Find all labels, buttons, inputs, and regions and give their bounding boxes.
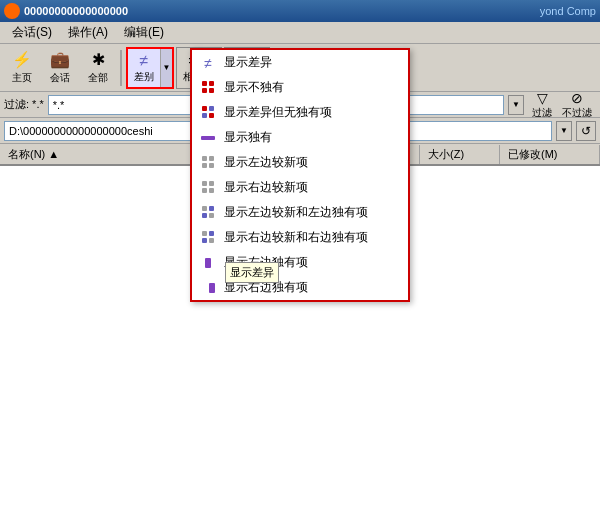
col-modified-label: 已修改(M) — [508, 148, 558, 160]
show-left-new-unique-icon — [200, 205, 216, 221]
no-filter-icon: ⊘ — [571, 90, 583, 106]
diff-label: 差别 — [134, 70, 154, 84]
show-left-unique-icon — [200, 255, 216, 271]
home-button[interactable]: ⚡ 主页 — [4, 47, 40, 89]
path-refresh-button[interactable]: ↺ — [576, 121, 596, 141]
dropdown-item-show-unique[interactable]: 显示独有 — [192, 125, 408, 150]
diff-icon: ≠ — [140, 52, 149, 70]
dropdown-menu: ≠ 显示差异 显示不独有 显示差异但无独有项 显示独有 — [190, 48, 410, 302]
show-left-new-label: 显示左边较新项 — [224, 154, 308, 171]
column-header-modified[interactable]: 已修改(M) — [500, 145, 600, 164]
all-label: 全部 — [88, 71, 108, 85]
dropdown-item-show-right-new[interactable]: 显示右边较新项 — [192, 175, 408, 200]
menu-action[interactable]: 操作(A) — [60, 22, 116, 43]
dropdown-item-show-left-new[interactable]: 显示左边较新项 — [192, 150, 408, 175]
filter-icon: ▽ — [537, 90, 548, 106]
show-not-unique-label: 显示不独有 — [224, 79, 284, 96]
menu-edit[interactable]: 编辑(E) — [116, 22, 172, 43]
tooltip: 显示差异 — [225, 262, 279, 283]
column-header-size[interactable]: 大小(Z) — [420, 145, 500, 164]
dropdown-item-show-diff-no-unique[interactable]: 显示差异但无独有项 — [192, 100, 408, 125]
session-label: 会话 — [50, 71, 70, 85]
show-left-new-unique-label: 显示左边较新和左边独有项 — [224, 204, 368, 221]
filter-actions: ▽ 过滤 ⊘ 不过滤 — [528, 89, 596, 121]
diff-split-button[interactable]: ≠ 差别 ▼ — [126, 47, 174, 89]
show-left-new-icon — [200, 155, 216, 171]
sort-icon: ▲ — [48, 148, 59, 160]
show-right-new-icon — [200, 180, 216, 196]
session-icon: 💼 — [50, 50, 70, 70]
separator-1 — [120, 50, 122, 86]
diff-dropdown-arrow[interactable]: ▼ — [160, 49, 172, 87]
title-bar: 00000000000000000 yond Comp — [0, 0, 600, 22]
filter-label: 过滤: *.* — [4, 97, 44, 112]
show-unique-icon — [200, 130, 216, 146]
show-unique-label: 显示独有 — [224, 129, 272, 146]
app-icon — [4, 3, 20, 19]
no-filter-button[interactable]: ⊘ 不过滤 — [558, 89, 596, 121]
show-diff-no-unique-icon — [200, 105, 216, 121]
col-name-label: 名称(N) — [8, 148, 45, 160]
diff-button-main[interactable]: ≠ 差别 — [128, 49, 160, 87]
filter-dropdown-button[interactable]: ▼ — [508, 95, 524, 115]
col-size-label: 大小(Z) — [428, 148, 464, 160]
dropdown-item-show-not-unique[interactable]: 显示不独有 — [192, 75, 408, 100]
all-icon: ✱ — [92, 50, 105, 70]
title-id: 00000000000000000 — [24, 5, 128, 17]
show-diff-label: 显示差异 — [224, 54, 272, 71]
tooltip-text: 显示差异 — [230, 266, 274, 278]
show-diff-icon: ≠ — [200, 55, 216, 71]
show-diff-no-unique-label: 显示差异但无独有项 — [224, 104, 332, 121]
title-text: 00000000000000000 — [24, 5, 540, 17]
all-button[interactable]: ✱ 全部 — [80, 47, 116, 89]
show-right-unique-icon — [200, 280, 216, 296]
session-button[interactable]: 💼 会话 — [42, 47, 78, 89]
dropdown-item-show-right-new-unique[interactable]: 显示右边较新和右边独有项 — [192, 225, 408, 250]
dropdown-item-show-diff[interactable]: ≠ 显示差异 — [192, 50, 408, 75]
dropdown-item-show-left-new-unique[interactable]: 显示左边较新和左边独有项 — [192, 200, 408, 225]
home-label: 主页 — [12, 71, 32, 85]
path-dropdown-button[interactable]: ▼ — [556, 121, 572, 141]
show-not-unique-icon — [200, 80, 216, 96]
show-right-new-label: 显示右边较新项 — [224, 179, 308, 196]
title-right: yond Comp — [540, 5, 596, 17]
home-icon: ⚡ — [12, 50, 32, 70]
show-right-new-unique-icon — [200, 230, 216, 246]
menu-session[interactable]: 会话(S) — [4, 22, 60, 43]
filter-button[interactable]: ▽ 过滤 — [528, 89, 556, 121]
show-right-new-unique-label: 显示右边较新和右边独有项 — [224, 229, 368, 246]
menu-bar: 会话(S) 操作(A) 编辑(E) — [0, 22, 600, 44]
